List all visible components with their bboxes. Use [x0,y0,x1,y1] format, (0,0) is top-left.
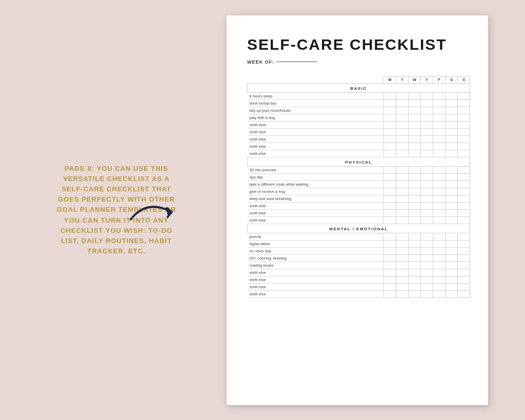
day-checkbox-cell[interactable] [384,188,396,195]
day-checkbox-cell[interactable] [409,216,421,224]
day-checkbox-cell[interactable] [384,173,396,181]
day-checkbox-cell[interactable] [446,99,458,107]
day-checkbox-cell[interactable] [446,92,458,99]
day-checkbox-cell[interactable] [433,290,446,297]
day-checkbox-cell[interactable] [409,121,421,128]
day-checkbox-cell[interactable] [409,233,421,240]
day-checkbox-cell[interactable] [458,290,470,297]
day-checkbox-cell[interactable] [384,92,396,99]
day-checkbox-cell[interactable] [433,216,446,224]
day-checkbox-cell[interactable] [458,195,470,202]
day-checkbox-cell[interactable] [384,150,396,157]
day-checkbox-cell[interactable] [458,276,470,283]
day-checkbox-cell[interactable] [421,128,433,135]
day-checkbox-cell[interactable] [433,92,446,99]
day-checkbox-cell[interactable] [409,99,421,107]
day-checkbox-cell[interactable] [458,121,470,128]
day-checkbox-cell[interactable] [421,254,433,262]
day-checkbox-cell[interactable] [433,114,446,121]
day-checkbox-cell[interactable] [396,135,409,143]
day-checkbox-cell[interactable] [409,240,421,247]
day-checkbox-cell[interactable] [446,135,458,143]
day-checkbox-cell[interactable] [433,254,446,262]
day-checkbox-cell[interactable] [446,107,458,114]
day-checkbox-cell[interactable] [458,166,470,173]
day-checkbox-cell[interactable] [409,173,421,181]
day-checkbox-cell[interactable] [409,276,421,283]
day-checkbox-cell[interactable] [384,143,396,150]
day-checkbox-cell[interactable] [458,269,470,276]
day-checkbox-cell[interactable] [421,121,433,128]
day-checkbox-cell[interactable] [421,216,433,224]
day-checkbox-cell[interactable] [396,209,409,216]
day-checkbox-cell[interactable] [433,209,446,216]
day-checkbox-cell[interactable] [384,283,396,290]
day-checkbox-cell[interactable] [433,107,446,114]
day-checkbox-cell[interactable] [433,121,446,128]
day-checkbox-cell[interactable] [396,195,409,202]
day-checkbox-cell[interactable] [433,276,446,283]
day-checkbox-cell[interactable] [458,150,470,157]
day-checkbox-cell[interactable] [433,128,446,135]
day-checkbox-cell[interactable] [433,99,446,107]
day-checkbox-cell[interactable] [384,128,396,135]
day-checkbox-cell[interactable] [384,99,396,107]
day-checkbox-cell[interactable] [433,195,446,202]
day-checkbox-cell[interactable] [409,150,421,157]
day-checkbox-cell[interactable] [396,92,409,99]
day-checkbox-cell[interactable] [421,209,433,216]
day-checkbox-cell[interactable] [384,216,396,224]
day-checkbox-cell[interactable] [446,283,458,290]
day-checkbox-cell[interactable] [396,233,409,240]
day-checkbox-cell[interactable] [458,209,470,216]
day-checkbox-cell[interactable] [421,150,433,157]
day-checkbox-cell[interactable] [433,150,446,157]
day-checkbox-cell[interactable] [409,262,421,269]
day-checkbox-cell[interactable] [458,216,470,224]
day-checkbox-cell[interactable] [433,181,446,188]
day-checkbox-cell[interactable] [458,233,470,240]
day-checkbox-cell[interactable] [421,283,433,290]
day-checkbox-cell[interactable] [384,209,396,216]
day-checkbox-cell[interactable] [446,262,458,269]
day-checkbox-cell[interactable] [384,254,396,262]
day-checkbox-cell[interactable] [446,216,458,224]
day-checkbox-cell[interactable] [446,181,458,188]
day-checkbox-cell[interactable] [384,181,396,188]
day-checkbox-cell[interactable] [433,166,446,173]
day-checkbox-cell[interactable] [458,181,470,188]
day-checkbox-cell[interactable] [409,135,421,143]
day-checkbox-cell[interactable] [421,107,433,114]
day-checkbox-cell[interactable] [458,107,470,114]
day-checkbox-cell[interactable] [433,240,446,247]
day-checkbox-cell[interactable] [458,188,470,195]
day-checkbox-cell[interactable] [421,233,433,240]
day-checkbox-cell[interactable] [384,240,396,247]
day-checkbox-cell[interactable] [409,114,421,121]
day-checkbox-cell[interactable] [446,240,458,247]
day-checkbox-cell[interactable] [446,173,458,181]
day-checkbox-cell[interactable] [409,143,421,150]
day-checkbox-cell[interactable] [458,283,470,290]
day-checkbox-cell[interactable] [396,150,409,157]
day-checkbox-cell[interactable] [421,181,433,188]
day-checkbox-cell[interactable] [396,99,409,107]
day-checkbox-cell[interactable] [396,290,409,297]
day-checkbox-cell[interactable] [409,290,421,297]
day-checkbox-cell[interactable] [458,135,470,143]
day-checkbox-cell[interactable] [421,276,433,283]
day-checkbox-cell[interactable] [421,166,433,173]
day-checkbox-cell[interactable] [396,166,409,173]
day-checkbox-cell[interactable] [421,269,433,276]
day-checkbox-cell[interactable] [446,276,458,283]
day-checkbox-cell[interactable] [396,247,409,254]
day-checkbox-cell[interactable] [384,233,396,240]
day-checkbox-cell[interactable] [421,240,433,247]
day-checkbox-cell[interactable] [433,283,446,290]
day-checkbox-cell[interactable] [458,254,470,262]
day-checkbox-cell[interactable] [396,254,409,262]
day-checkbox-cell[interactable] [409,195,421,202]
day-checkbox-cell[interactable] [396,240,409,247]
day-checkbox-cell[interactable] [384,135,396,143]
day-checkbox-cell[interactable] [446,188,458,195]
